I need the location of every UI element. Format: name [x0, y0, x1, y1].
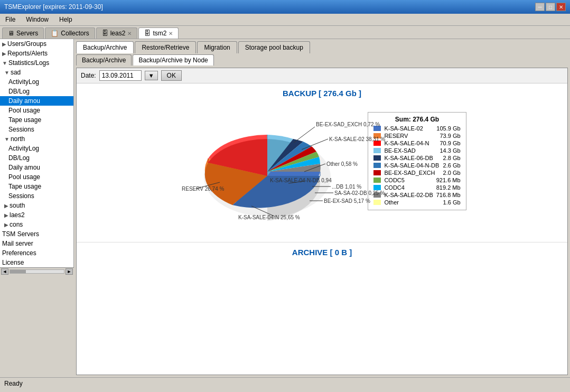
content-sub-tabs: Backup/Archive Backup/Archive by Node	[76, 54, 568, 66]
sidebar-item-16[interactable]: Sessions	[0, 191, 73, 201]
menu-file[interactable]: File	[2, 15, 18, 24]
archive-section: ARCHIVE [ 0 B ]	[77, 242, 567, 305]
sidebar-label-10: north	[11, 135, 25, 143]
sidebar-label-2: Statistics/Logs	[8, 59, 49, 67]
svg-line-9	[294, 127, 315, 143]
legend-name-6: BE-EX-SAD_EXCH	[384, 170, 440, 176]
charts-container: BACKUP [ 276.4 Gb ]	[77, 83, 567, 375]
tab-restore-retrieve[interactable]: Restore/Retrieve	[135, 41, 196, 53]
sidebar-label-21: Mail server	[2, 240, 33, 247]
sidebar-item-0[interactable]: ▶Users/Groups	[0, 39, 73, 49]
sidebar-label-0: Users/Groups	[7, 40, 46, 48]
scroll-track[interactable]	[10, 269, 64, 274]
sidebar-item-2[interactable]: ▼Statistics/Logs	[0, 58, 73, 68]
main-layout: ▶Users/Groups▶Reports/Alerts▼Statistics/…	[0, 39, 570, 377]
content-panel: Date: ▼ OK BACKUP [ 276.4 Gb ]	[76, 68, 568, 375]
pie-svg: BE-EX-SAD_EXCH 0,72 % Other 0,58 % SA-SA…	[177, 103, 389, 230]
sidebar-item-11[interactable]: ActivityLog	[0, 144, 73, 153]
date-input[interactable]	[99, 70, 142, 81]
menu-bar: File Window Help	[0, 14, 570, 26]
tab-backup-archive[interactable]: Backup/Archive	[76, 41, 134, 53]
sidebar-item-7[interactable]: Pool usage	[0, 106, 73, 115]
minimize-button[interactable]: ─	[535, 3, 545, 11]
svg-text:K-SA-SALE-04-N 25,65 %: K-SA-SALE-04-N 25,65 %	[238, 214, 300, 220]
tab-servers-label: Servers	[16, 30, 38, 37]
sidebar-item-10[interactable]: ▼north	[0, 134, 73, 144]
sidebar-label-5: DB/Log	[8, 88, 30, 95]
svg-text:K-SA-SALE-04-N-DB 0,94: K-SA-SALE-04-N-DB 0,94	[270, 178, 332, 183]
subtab-backup-archive-node[interactable]: Backup/Archive by Node	[133, 54, 213, 66]
sidebar-item-5[interactable]: DB/Log	[0, 87, 73, 96]
sidebar-item-4[interactable]: ActivityLog	[0, 77, 73, 87]
legend-value-8: 819.2 Mb	[436, 184, 461, 191]
sidebar-item-9[interactable]: Sessions	[0, 125, 73, 134]
sidebar-label-9: Sessions	[8, 126, 34, 133]
tree-arrow-18: ▶	[4, 212, 8, 218]
sidebar-label-8: Tape usage	[8, 116, 41, 124]
sidebar-item-17[interactable]: ▶south	[0, 201, 73, 210]
sidebar-item-20[interactable]: TSM Servers	[0, 229, 73, 239]
sidebar-item-14[interactable]: Pool usage	[0, 172, 73, 182]
sidebar-item-6[interactable]: Daily amou	[0, 96, 73, 106]
menu-help[interactable]: Help	[56, 15, 76, 24]
tab-servers[interactable]: 🖥 Servers	[2, 27, 44, 39]
svg-text:...DB 1,01 %: ...DB 1,01 %	[332, 184, 361, 190]
ok-button[interactable]: OK	[161, 70, 182, 81]
legend-value-0: 105.9 Gb	[436, 125, 460, 132]
legend-value-4: 2.8 Gb	[443, 155, 461, 161]
sidebar-item-1[interactable]: ▶Reports/Alerts	[0, 49, 73, 58]
tree-arrow-1: ▶	[2, 51, 6, 57]
sidebar-label-17: south	[10, 202, 25, 209]
sidebar-item-23[interactable]: License	[0, 258, 73, 267]
sidebar-label-19: cons	[10, 221, 23, 228]
legend-name-2: K-SA-SALE-04-N	[384, 140, 436, 146]
sidebar-item-12[interactable]: DB/Log	[0, 153, 73, 163]
tab-leas2[interactable]: 🗄 leas2 ✕	[96, 27, 138, 39]
sidebar-item-22[interactable]: Preferences	[0, 248, 73, 258]
sidebar-hscroll[interactable]: ◄ ►	[0, 267, 74, 275]
sidebar-label-13: Daily amou	[8, 164, 40, 171]
subtab-backup-archive[interactable]: Backup/Archive	[76, 54, 132, 66]
legend-name-8: CODC4	[384, 184, 433, 191]
scroll-right[interactable]: ►	[66, 268, 73, 275]
collector-icon: 📋	[51, 30, 59, 37]
sidebar: ▶Users/Groups▶Reports/Alerts▼Statistics/…	[0, 39, 74, 267]
legend-value-9: 716.8 Mb	[436, 192, 461, 198]
sidebar-item-21[interactable]: Mail server	[0, 239, 73, 248]
sidebar-item-13[interactable]: Daily amou	[0, 163, 73, 172]
sidebar-item-3[interactable]: ▼sad	[0, 68, 73, 77]
date-bar: Date: ▼ OK	[77, 68, 567, 83]
tab-tsm2-close[interactable]: ✕	[169, 31, 173, 36]
tab-migration[interactable]: Migration	[197, 41, 237, 53]
sidebar-item-15[interactable]: Tape usage	[0, 182, 73, 191]
backup-chart-area: BE-EX-SAD_EXCH 0,72 % Other 0,58 % SA-SA…	[177, 103, 466, 219]
sidebar-container: ▶Users/Groups▶Reports/Alerts▼Statistics/…	[0, 39, 74, 377]
calendar-button[interactable]: ▼	[145, 71, 158, 80]
tab-storage-pool[interactable]: Storage pool backup	[238, 41, 310, 53]
sidebar-label-12: DB/Log	[8, 154, 30, 162]
sidebar-item-18[interactable]: ▶laes2	[0, 210, 73, 220]
tab-leas2-close[interactable]: ✕	[127, 31, 132, 36]
close-button[interactable]: ✕	[556, 3, 566, 11]
tab-collectors[interactable]: 📋 Collectors	[45, 27, 95, 39]
legend-name-9: K-SA-SALE-02-DB	[384, 192, 433, 198]
legend-name-7: CODC5	[384, 177, 433, 183]
tab-collectors-label: Collectors	[61, 30, 89, 37]
maximize-button[interactable]: □	[546, 3, 555, 11]
status-bar: Ready	[0, 377, 570, 389]
sidebar-label-18: laes2	[10, 211, 25, 219]
tree-arrow-17: ▶	[4, 203, 8, 209]
tree-arrow-19: ▶	[4, 222, 8, 228]
legend-name-0: K-SA-SALE-02	[384, 125, 433, 132]
legend-value-7: 921.6 Mb	[436, 177, 461, 183]
tree-arrow-3: ▼	[4, 70, 10, 76]
sidebar-item-19[interactable]: ▶cons	[0, 220, 73, 229]
tree-arrow-0: ▶	[2, 41, 6, 47]
legend-value-5: 2.6 Gb	[443, 162, 461, 169]
tab-tsm2[interactable]: 🗄 tsm2 ✕	[138, 27, 179, 39]
status-text: Ready	[4, 380, 23, 387]
sidebar-label-16: Sessions	[8, 192, 34, 200]
sidebar-item-8[interactable]: Tape usage	[0, 115, 73, 125]
menu-window[interactable]: Window	[23, 15, 52, 24]
scroll-left[interactable]: ◄	[1, 268, 8, 275]
